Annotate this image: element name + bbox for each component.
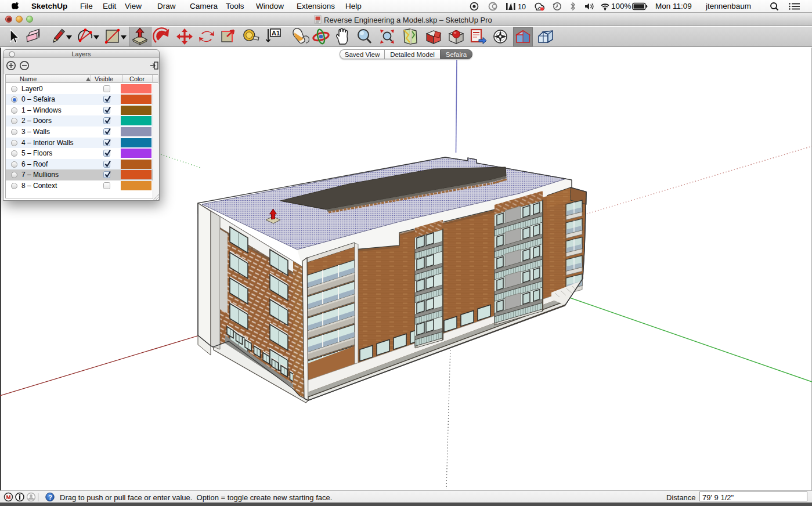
svg-text:10: 10 (518, 3, 526, 11)
svg-text:A1: A1 (272, 30, 280, 37)
svg-text:?: ? (48, 494, 52, 501)
